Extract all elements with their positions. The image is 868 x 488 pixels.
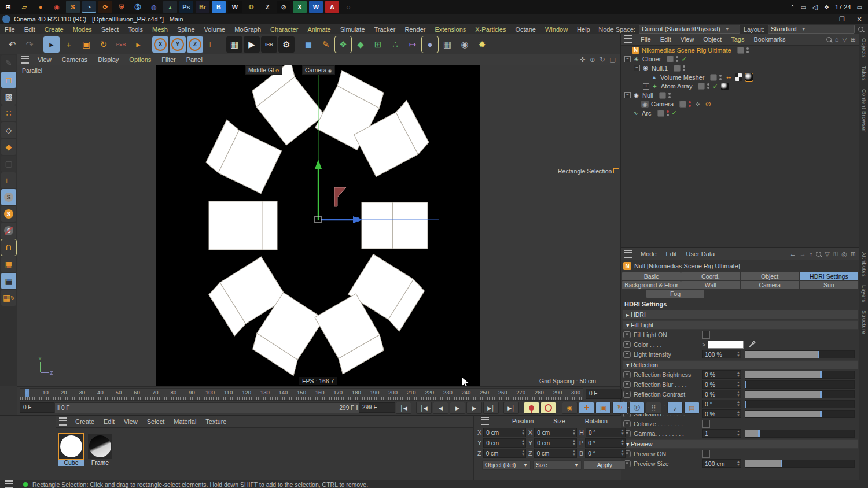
coord-value-field[interactable]: 0 cm▲▼ bbox=[483, 438, 526, 448]
point-mode-icon[interactable]: ∷ bbox=[1, 105, 16, 121]
slider-handle[interactable] bbox=[818, 351, 819, 358]
snap-icon[interactable]: U bbox=[1, 239, 16, 256]
scene-cube-face[interactable] bbox=[209, 201, 262, 250]
om-search-icon[interactable] bbox=[826, 37, 832, 42]
menu-render[interactable]: Render bbox=[400, 26, 430, 33]
side-tab-takes[interactable]: Takes bbox=[861, 66, 867, 81]
spinner-arrows[interactable]: ▲▼ bbox=[737, 460, 740, 467]
visibility-dot[interactable] bbox=[746, 51, 749, 53]
mat-menu-create[interactable]: Create bbox=[71, 418, 99, 425]
lock-z-icon[interactable]: Z bbox=[187, 36, 203, 53]
parameter-value-field[interactable]: 0 %▲▼ bbox=[702, 390, 741, 398]
undo-icon[interactable]: ↶ bbox=[4, 36, 20, 53]
layer-toggle[interactable] bbox=[710, 74, 717, 81]
slider-handle[interactable] bbox=[820, 371, 822, 378]
slider-handle[interactable] bbox=[758, 430, 760, 437]
visibility-dot[interactable] bbox=[683, 65, 685, 68]
tab-camera[interactable]: Camera bbox=[741, 281, 799, 289]
parameter-value-field[interactable]: 0 %▲▼ bbox=[702, 409, 741, 418]
viewport-menu-display[interactable]: Display bbox=[93, 56, 124, 63]
visibility-dot[interactable] bbox=[668, 93, 671, 95]
menu-mesh[interactable]: Mesh bbox=[148, 26, 172, 33]
section-fill-light[interactable]: ▾ Fill Light bbox=[622, 320, 858, 330]
parameter-value-field[interactable]: 0 %▲▼ bbox=[702, 370, 741, 379]
mat-menu-edit[interactable]: Edit bbox=[99, 418, 119, 425]
taskbar-app-b-icon[interactable]: B bbox=[212, 1, 226, 13]
taskbar-explorer-icon[interactable]: ▱ bbox=[17, 1, 31, 13]
maximize-view-icon[interactable]: ▢ bbox=[610, 56, 616, 64]
taskbar-word-icon[interactable]: W bbox=[309, 1, 323, 13]
material-name[interactable]: Frame bbox=[87, 459, 113, 466]
prohibit-tag[interactable]: ∅ bbox=[704, 101, 712, 108]
side-tab-structure[interactable]: Structure bbox=[861, 310, 867, 334]
goto-end-button[interactable]: ▶│ bbox=[503, 402, 519, 414]
expander-icon[interactable]: − bbox=[634, 65, 640, 71]
viewport-menu-panel[interactable]: Panel bbox=[181, 56, 208, 63]
solo-mode-button[interactable]: ▤ bbox=[684, 402, 700, 414]
attr-menu-user-data[interactable]: User Data bbox=[682, 250, 720, 257]
maximize-button[interactable]: ❐ bbox=[833, 14, 851, 24]
visibility-dots[interactable] bbox=[707, 83, 709, 89]
spinner-arrows[interactable]: ▲▼ bbox=[737, 410, 740, 417]
current-frame-field[interactable]: 0 F bbox=[586, 389, 622, 399]
light-tool-icon[interactable]: ✹ bbox=[474, 36, 490, 53]
keyframe-circle-icon[interactable] bbox=[623, 351, 631, 358]
visibility-dot[interactable] bbox=[746, 47, 749, 50]
display-icon[interactable]: ▭ bbox=[801, 4, 806, 10]
parameter-checkbox[interactable] bbox=[702, 420, 710, 428]
parameter-value-field[interactable]: 1▲▼ bbox=[702, 429, 741, 438]
visibility-dot[interactable] bbox=[676, 56, 678, 58]
taskbar-sublime-icon[interactable]: S bbox=[66, 1, 80, 13]
section-hdri[interactable]: ▸ HDRI bbox=[622, 310, 858, 319]
spinner-arrows[interactable]: ▲▼ bbox=[737, 371, 740, 378]
spinner-arrows[interactable]: ▲▼ bbox=[572, 439, 576, 446]
make-editable-icon[interactable]: ✎ bbox=[1, 55, 16, 71]
object-row[interactable]: −◉Null bbox=[621, 91, 859, 100]
coord-system-icon[interactable]: ∟ bbox=[204, 36, 220, 53]
minimize-button[interactable]: — bbox=[816, 14, 833, 24]
attr-up-icon[interactable]: ↑ bbox=[810, 250, 813, 257]
scene-cube-face[interactable] bbox=[393, 202, 428, 249]
move-icon[interactable]: + bbox=[61, 36, 77, 53]
enabled-check-icon[interactable]: ✓ bbox=[681, 56, 686, 63]
range-end-field[interactable]: 299 F bbox=[359, 402, 395, 413]
visibility-dots[interactable] bbox=[746, 47, 749, 53]
menu-extensions[interactable]: Extensions bbox=[430, 26, 470, 33]
parameter-slider[interactable] bbox=[745, 400, 855, 408]
attr-follow-icon[interactable]: ◎ bbox=[841, 250, 847, 258]
visibility-dot[interactable] bbox=[667, 114, 669, 116]
material-menu-icon[interactable] bbox=[59, 417, 67, 426]
om-add-icon[interactable]: ⊞ bbox=[851, 36, 856, 43]
visibility-dot[interactable] bbox=[689, 105, 691, 107]
color-swatch[interactable] bbox=[708, 341, 744, 349]
object-manager-menu-icon[interactable] bbox=[624, 35, 632, 43]
menu-simulate[interactable]: Simulate bbox=[336, 26, 370, 33]
tab-coord-[interactable]: Coord. bbox=[681, 272, 740, 280]
node-space-select[interactable]: Current (Standard/Physical)▼ bbox=[639, 25, 740, 34]
material-sel-tag[interactable] bbox=[745, 73, 753, 81]
viewport[interactable]: ParallelMiddle Gl ⚙Camera ◉FPS : 166.7Gr… bbox=[17, 65, 620, 386]
record-position-button[interactable]: ✚ bbox=[579, 402, 594, 414]
attr-menu-edit[interactable]: Edit bbox=[661, 250, 682, 257]
attr-back-icon[interactable]: ← bbox=[790, 250, 796, 257]
play-button[interactable]: ▶ bbox=[450, 402, 465, 414]
tab-hdri-settings[interactable]: HDRI Settings bbox=[800, 272, 858, 280]
slider-handle[interactable] bbox=[745, 381, 746, 388]
generators-icon[interactable]: ◆ bbox=[352, 36, 369, 53]
parameter-value-field[interactable]: 100 %▲▼ bbox=[702, 350, 741, 358]
parameter-value-field[interactable]: 0 °▲▼ bbox=[702, 400, 741, 408]
attr-lock-icon[interactable]: ⚿ bbox=[833, 250, 838, 258]
visibility-dot[interactable] bbox=[719, 78, 722, 80]
layer-toggle[interactable] bbox=[667, 56, 674, 62]
menu-x-particles[interactable]: X-Particles bbox=[470, 26, 510, 33]
viewport-menu-options[interactable]: Options bbox=[124, 56, 156, 63]
material-tag[interactable] bbox=[721, 83, 729, 90]
tab-background-floor[interactable]: Background & Floor bbox=[622, 281, 681, 289]
visibility-dots[interactable] bbox=[676, 56, 678, 62]
scene-cube-face[interactable] bbox=[362, 202, 393, 249]
keyframe-circle-icon[interactable] bbox=[623, 391, 631, 398]
range-slider[interactable]: ‖ 0 F299 F ‖ bbox=[54, 402, 361, 413]
taskbar-app-color-icon[interactable]: ❂ bbox=[244, 1, 258, 13]
tweak-mode-icon[interactable]: ▢ bbox=[1, 156, 16, 172]
interactive-render-icon[interactable]: IRR bbox=[261, 36, 277, 53]
